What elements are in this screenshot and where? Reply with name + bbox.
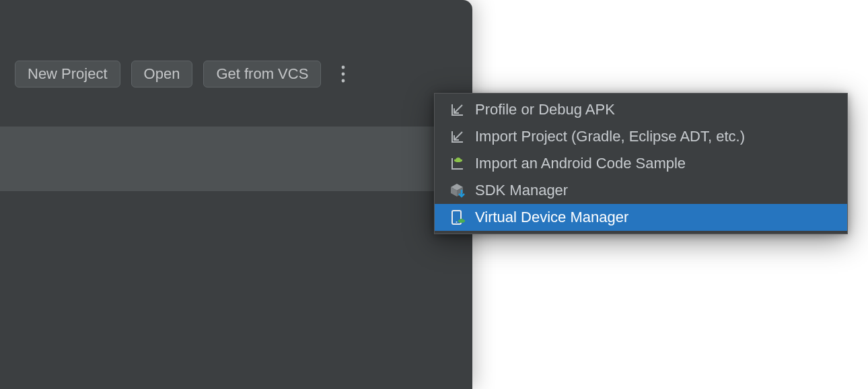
sdk-box-icon [449, 182, 466, 199]
titlebar-spacer [0, 0, 472, 54]
more-actions-menu: Profile or Debug APK Import Project (Gra… [434, 93, 848, 234]
menu-item-label: Import an Android Code Sample [475, 154, 834, 173]
svg-point-10 [456, 221, 458, 223]
menu-item-label: Virtual Device Manager [475, 208, 834, 227]
import-sample-icon [449, 155, 466, 172]
svg-line-3 [455, 105, 462, 112]
welcome-window: New Project Open Get from VCS [0, 0, 472, 389]
menu-item-import-sample[interactable]: Import an Android Code Sample [435, 150, 847, 177]
toolbar: New Project Open Get from VCS [0, 54, 472, 94]
more-vertical-icon [340, 65, 347, 83]
open-button[interactable]: Open [131, 61, 193, 87]
new-project-button[interactable]: New Project [15, 61, 120, 87]
svg-point-0 [342, 66, 345, 69]
import-arrow-icon [449, 129, 466, 145]
menu-item-label: SDK Manager [475, 181, 834, 200]
recent-project-item[interactable] [0, 127, 472, 191]
menu-item-profile-debug-apk[interactable]: Profile or Debug APK [435, 96, 847, 123]
menu-item-sdk-manager[interactable]: SDK Manager [435, 177, 847, 204]
recent-projects-area [0, 127, 472, 191]
menu-item-import-project[interactable]: Import Project (Gradle, Eclipse ADT, etc… [435, 123, 847, 150]
virtual-device-icon [449, 209, 466, 225]
svg-point-1 [342, 73, 345, 76]
menu-item-label: Import Project (Gradle, Eclipse ADT, etc… [475, 127, 834, 146]
import-arrow-icon [449, 102, 466, 118]
svg-point-2 [342, 79, 345, 83]
menu-item-virtual-device-manager[interactable]: Virtual Device Manager [435, 204, 847, 231]
get-from-vcs-button[interactable]: Get from VCS [203, 61, 321, 87]
svg-line-4 [455, 132, 462, 139]
more-actions-button[interactable] [336, 61, 351, 87]
menu-item-label: Profile or Debug APK [475, 100, 834, 119]
window-content: New Project Open Get from VCS [0, 0, 472, 389]
